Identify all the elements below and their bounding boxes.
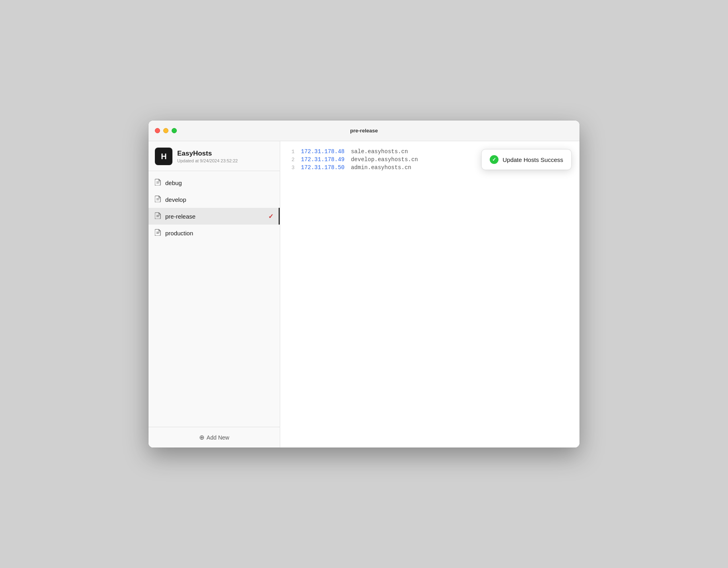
file-icon-develop (155, 195, 161, 204)
add-new-button[interactable]: ⊕ Add New (148, 427, 280, 448)
logo-letter: H (161, 152, 166, 161)
toast-message: Update Hosts Success (502, 156, 563, 163)
app-window: pre-release H EasyHosts Updated at 9/24/… (148, 120, 580, 448)
sidebar-item-pre-release[interactable]: pre-release ✓ (148, 208, 280, 225)
line-host-1: sale.easyhosts.cn (351, 148, 408, 155)
line-host-3: admin.easyhosts.cn (351, 164, 411, 171)
line-host-2: develop.easyhosts.cn (351, 156, 418, 163)
sidebar-item-develop[interactable]: develop (148, 191, 280, 208)
sidebar-label-develop: develop (165, 196, 273, 203)
line-ip-2: 172.31.178.49 (301, 156, 344, 163)
file-icon-production (155, 229, 161, 237)
window-title: pre-release (350, 128, 378, 134)
checkmark-icon: ✓ (492, 157, 496, 162)
line-ip-3: 172.31.178.50 (301, 164, 344, 171)
content-area: 1 172.31.178.48 sale.easyhosts.cn 2 172.… (280, 141, 580, 448)
line-ip-1: 172.31.178.48 (301, 148, 344, 155)
sidebar-footer: ⊕ Add New (148, 427, 280, 448)
nav-list: debug develop (148, 171, 280, 427)
close-button[interactable] (155, 128, 160, 133)
add-new-label: Add New (207, 434, 229, 441)
title-bar: pre-release (148, 120, 580, 141)
sidebar-item-debug[interactable]: debug (148, 174, 280, 191)
line-number-2: 2 (288, 157, 295, 163)
success-toast: ✓ Update Hosts Success (481, 149, 572, 170)
traffic-lights (155, 128, 177, 133)
success-icon: ✓ (490, 155, 499, 164)
sidebar: H EasyHosts Updated at 9/24/2024 23:52:2… (148, 141, 280, 448)
minimize-button[interactable] (163, 128, 168, 133)
app-header: H EasyHosts Updated at 9/24/2024 23:52:2… (148, 141, 280, 171)
app-info: EasyHosts Updated at 9/24/2024 23:52:22 (177, 150, 238, 163)
maximize-button[interactable] (172, 128, 177, 133)
sidebar-label-production: production (165, 230, 273, 237)
app-updated: Updated at 9/24/2024 23:52:22 (177, 158, 238, 163)
file-icon-pre-release (155, 212, 161, 221)
file-icon-debug (155, 178, 161, 187)
app-name: EasyHosts (177, 150, 238, 158)
main-content: H EasyHosts Updated at 9/24/2024 23:52:2… (148, 141, 580, 448)
active-check-icon: ✓ (268, 213, 273, 220)
line-number-1: 1 (288, 149, 295, 155)
sidebar-label-pre-release: pre-release (165, 213, 264, 220)
app-logo: H (155, 148, 172, 165)
sidebar-label-debug: debug (165, 179, 273, 186)
line-number-3: 3 (288, 165, 295, 171)
sidebar-item-production[interactable]: production (148, 225, 280, 241)
add-new-icon: ⊕ (199, 434, 204, 441)
